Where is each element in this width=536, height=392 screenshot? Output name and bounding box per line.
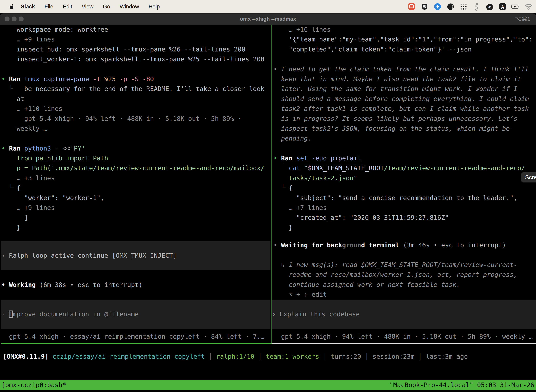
menu-go[interactable]: Go [98, 4, 115, 10]
left-prompt-input[interactable]: › Improve documentation in @filename [1, 300, 270, 329]
battery-charging-icon[interactable] [511, 2, 520, 11]
pie-icon[interactable] [446, 2, 455, 11]
terminal-line: • Ran set -euo pipefail [273, 153, 536, 163]
dots-grid-icon[interactable] [459, 2, 468, 11]
terminal-line: readme-and-reco/mailbox/worker-1.json, a… [273, 270, 517, 280]
terminal-line: … +110 lines [1, 104, 270, 114]
badge-61-icon[interactable]: .61 [485, 2, 494, 11]
terminal-line: gpt-5.4 xhigh · 94% left · 488K in · 5.1… [273, 331, 533, 341]
terminal-line: • Working (6m 38s • esc to interrupt) [1, 280, 143, 290]
right-prompt-input[interactable]: › Explain this codebase [272, 300, 536, 329]
input-source-icon[interactable]: A [498, 2, 507, 11]
window-shortcut: ⌥⌘1 [515, 13, 530, 25]
verified-badge-icon[interactable] [433, 2, 442, 11]
terminal-line: gpt-5.4 xhigh · essay/ai-reimplementatio… [1, 331, 264, 341]
menu-file[interactable]: File [40, 4, 58, 10]
badge-61-label: .61 [488, 6, 492, 9]
squiggle-icon[interactable] [472, 2, 481, 11]
tooltip-text: Scre [525, 174, 536, 181]
right-mailbox-message: ↳ 1 new msg(s): read $OMX_TEAM_STATE_ROO… [273, 260, 517, 300]
terminal-line: › Explain this codebase [272, 309, 360, 319]
terminal-line: task2 after task1 is complete, but can I… [273, 104, 536, 114]
terminal-line: is in progress? It seems likely but perh… [273, 114, 536, 124]
terminal-line: } [273, 223, 536, 233]
terminal-line: gpt-5.4 xhigh · 94% left · 488K in · 5.1… [1, 114, 270, 124]
terminal-line [1, 64, 270, 74]
right-waiting-status: • Waiting for background terminal (3m 46… [273, 240, 506, 250]
terminal-line [273, 54, 536, 64]
terminal-line: later. Using the same for transition mig… [273, 84, 536, 94]
menu-edit[interactable]: Edit [58, 4, 77, 10]
terminal-line: … +16 lines [273, 25, 536, 34]
menu-window[interactable]: Window [115, 4, 144, 10]
input-source-label: A [501, 5, 504, 9]
screenshot-tooltip: Scre [521, 172, 536, 182]
right-pane-border [272, 343, 536, 344]
terminal-line: pending. [273, 134, 536, 143]
app-menus: SlackFileEditViewGoWindowHelp [17, 4, 164, 10]
terminal-line: › Improve documentation in @filename [1, 309, 139, 319]
left-model-status-line: gpt-5.4 xhigh · essay/ai-reimplementatio… [1, 331, 264, 341]
left-terminal-pane[interactable]: workspace_mode: worktree … +9 lines insp… [1, 25, 270, 233]
menu-help[interactable]: Help [144, 4, 165, 10]
left-pane-border [1, 343, 271, 344]
window-title: omx --xhigh --madmax [0, 13, 536, 25]
apple-menu-icon[interactable] [6, 3, 17, 10]
terminal-line: tasks/task-2.json" [273, 173, 536, 183]
terminal-line: • I need to get the claim token from the… [273, 64, 536, 74]
menu-bar: SlackFileEditViewGoWindowHelp .61 [0, 0, 536, 13]
omx-status-line: [OMX#0.11.9] cczip/essay/ai-reimplementa… [3, 352, 468, 361]
terminal-line: inspect_worker-1: omx sparkshell --tmux-… [1, 54, 270, 64]
left-ralph-band: › Ralph loop active continue [OMX_TMUX_I… [1, 241, 270, 270]
terminal-line [1, 134, 270, 143]
menu-slack[interactable]: Slack [17, 4, 40, 10]
terminal-line: } [1, 223, 270, 233]
terminal-line: "completed","claim_token":"claim-token"}… [273, 44, 536, 54]
desktop: SlackFileEditViewGoWindowHelp .61 [0, 0, 536, 392]
terminal-line: ] [1, 213, 270, 223]
terminal-line: … +9 lines [1, 34, 270, 44]
terminal-line: should send a message before completing … [273, 94, 536, 104]
terminal-line: p = Path('.omx/state/team/review-current… [1, 163, 270, 173]
shield-grid-icon[interactable] [420, 2, 429, 11]
terminal-line: workspace_mode: worktree [1, 25, 270, 34]
terminal-line: "created_at": "2026-03-31T11:59:27.816Z" [273, 213, 536, 223]
tmux-host-clock: "MacBook-Pro-44.local" 05:03 31-Mar-26 [389, 381, 536, 388]
terminal-line: [OMX#0.11.9] cczip/essay/ai-reimplementa… [3, 352, 468, 361]
left-working-status: • Working (6m 38s • esc to interrupt) [1, 280, 143, 290]
terminal-line: • Waiting for background terminal (3m 46… [273, 240, 506, 250]
terminal-line: └ be necessary for the end of the README… [1, 84, 270, 94]
left-connector-line [12, 153, 12, 184]
tmux-session-window: [omx-cczip0:bash* [0, 381, 66, 388]
terminal-line: └ { [273, 183, 536, 193]
chat-icon[interactable] [407, 2, 416, 11]
right-connector-line [284, 163, 284, 184]
terminal-line: └ { [1, 183, 270, 193]
terminal-line: inspect_hud: omx sparkshell --tmux-pane … [1, 44, 270, 54]
terminal-line: › Ralph loop active continue [OMX_TMUX_I… [1, 251, 177, 261]
tmux-status-bar[interactable]: [omx-cczip0:bash* "MacBook-Pro-44.local"… [0, 380, 536, 390]
terminal-line: … +9 lines [1, 203, 270, 213]
terminal-line: … +3 lines [1, 173, 270, 183]
terminal-line: continue assigned work or next feasible … [273, 280, 517, 289]
terminal-line: … +7 lines [273, 203, 536, 213]
terminal-line: "subject": "send a concise recommendatio… [273, 193, 536, 203]
right-model-status-line: gpt-5.4 xhigh · 94% left · 488K in · 5.1… [273, 331, 533, 341]
pane-divider[interactable] [271, 25, 272, 344]
terminal-line: inspect task2's JSON, focusing on the st… [273, 124, 536, 134]
terminal-line: '{"team_name":"my-team","task_id":"1","f… [273, 34, 536, 44]
terminal-line [273, 144, 536, 153]
right-terminal-pane[interactable]: … +16 lines '{"team_name":"my-team","tas… [273, 25, 536, 233]
terminal-line: • Ran tmux capture-pane -t %25 -p -S -80 [1, 74, 270, 84]
terminal-line: cat "$OMX_TEAM_STATE_ROOT/team/review-cu… [273, 163, 536, 173]
terminal-line: • Ran python3 - <<'PY' [1, 144, 270, 153]
terminal-line: ↳ 1 new msg(s): read $OMX_TEAM_STATE_ROO… [273, 260, 517, 270]
menu-bar-status-icons: .61 A [407, 0, 533, 13]
terminal-line: weekly … [1, 124, 270, 134]
terminal-line: "worker": "worker-1", [1, 193, 270, 203]
menu-view[interactable]: View [77, 4, 98, 10]
terminal-line: ⌥ + ↑ edit [273, 289, 517, 299]
wifi-icon[interactable] [524, 2, 533, 11]
terminal-line: from pathlib import Path [1, 153, 270, 163]
terminal-line: keep that in mind. Maybe I also need the… [273, 74, 536, 84]
